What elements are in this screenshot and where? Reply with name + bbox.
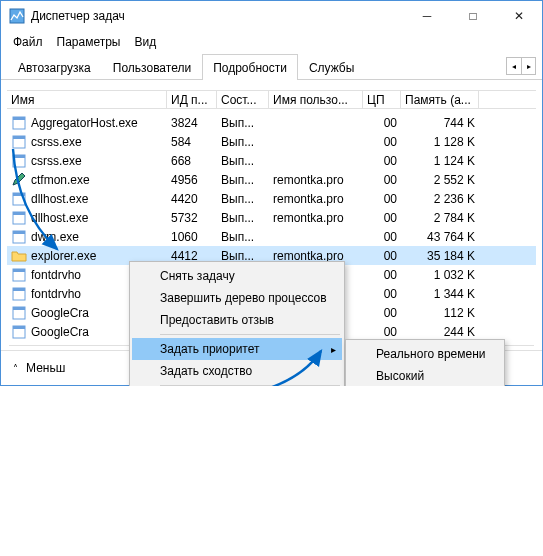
proc-pid: 668 [167, 154, 217, 168]
proc-name: dllhost.exe [31, 211, 88, 225]
tab-services[interactable]: Службы [298, 54, 365, 80]
task-manager-window: Диспетчер задач ─ □ ✕ Файл Параметры Вид… [0, 0, 543, 386]
menu-item[interactable]: Снять задачу [132, 265, 342, 287]
col-state[interactable]: Сост... [217, 91, 269, 108]
proc-pid: 4420 [167, 192, 217, 206]
table-row[interactable]: AggregatorHost.exe3824Вып...00744 K [7, 113, 536, 132]
proc-pid: 5732 [167, 211, 217, 225]
proc-name: csrss.exe [31, 135, 82, 149]
proc-state: Вып... [217, 154, 269, 168]
proc-cpu: 00 [363, 173, 401, 187]
proc-cpu: 00 [363, 116, 401, 130]
svg-rect-12 [13, 231, 25, 234]
svg-rect-10 [13, 212, 25, 215]
tab-users[interactable]: Пользователи [102, 54, 202, 80]
menu-item[interactable]: Задать приоритет [132, 338, 342, 360]
menu-item[interactable]: Высокий [348, 365, 502, 386]
col-user[interactable]: Имя пользо... [269, 91, 363, 108]
tab-details[interactable]: Подробности [202, 54, 298, 80]
proc-state: Вып... [217, 173, 269, 187]
proc-mem: 1 124 K [401, 154, 479, 168]
proc-name: AggregatorHost.exe [31, 116, 138, 130]
menu-item[interactable]: Реального времени [348, 343, 502, 365]
proc-state: Вып... [217, 192, 269, 206]
tabstrip: Автозагрузка Пользователи Подробности Сл… [1, 53, 542, 80]
menu-separator [160, 385, 340, 386]
proc-user: remontka.pro [269, 173, 363, 187]
proc-cpu: 00 [363, 154, 401, 168]
proc-state: Вып... [217, 211, 269, 225]
proc-name: GoogleCra [31, 306, 89, 320]
svg-rect-2 [13, 117, 25, 120]
svg-rect-20 [13, 326, 25, 329]
proc-name: dwm.exe [31, 230, 79, 244]
priority-submenu: Реального времениВысокийВыше среднегоОбы… [345, 339, 505, 386]
menubar: Файл Параметры Вид [1, 31, 542, 53]
fewer-details-button[interactable]: Меньш [26, 361, 65, 375]
svg-rect-14 [13, 269, 25, 272]
menu-options[interactable]: Параметры [51, 33, 127, 51]
proc-name: fontdrvho [31, 268, 81, 282]
proc-cpu: 00 [363, 230, 401, 244]
proc-mem: 2 552 K [401, 173, 479, 187]
proc-name: explorer.exe [31, 249, 96, 263]
context-menu: Снять задачуЗавершить дерево процессовПр… [129, 261, 345, 386]
proc-state: Вып... [217, 230, 269, 244]
proc-state: Вып... [217, 116, 269, 130]
column-headers: Имя ИД п... Сост... Имя пользо... ЦП Пам… [7, 90, 536, 109]
proc-mem: 744 K [401, 116, 479, 130]
svg-rect-6 [13, 155, 25, 158]
proc-cpu: 00 [363, 268, 401, 282]
table-row[interactable]: dllhost.exe5732Вып...remontka.pro002 784… [7, 208, 536, 227]
app-icon [9, 8, 25, 24]
table-row[interactable]: dwm.exe1060Вып...0043 764 K [7, 227, 536, 246]
table-row[interactable]: ctfmon.exe4956Вып...remontka.pro002 552 … [7, 170, 536, 189]
proc-cpu: 00 [363, 249, 401, 263]
proc-pid: 584 [167, 135, 217, 149]
col-pid[interactable]: ИД п... [167, 91, 217, 108]
proc-mem: 1 032 K [401, 268, 479, 282]
tab-scroller: ◂ ▸ [506, 57, 536, 75]
close-button[interactable]: ✕ [496, 1, 542, 31]
proc-mem: 2 236 K [401, 192, 479, 206]
col-name[interactable]: Имя [7, 91, 167, 108]
table-row[interactable]: csrss.exe584Вып...001 128 K [7, 132, 536, 151]
table-row[interactable]: csrss.exe668Вып...001 124 K [7, 151, 536, 170]
proc-mem: 2 784 K [401, 211, 479, 225]
minimize-button[interactable]: ─ [404, 1, 450, 31]
table-row[interactable]: dllhost.exe4420Вып...remontka.pro002 236… [7, 189, 536, 208]
proc-cpu: 00 [363, 325, 401, 339]
menu-view[interactable]: Вид [128, 33, 162, 51]
proc-name: ctfmon.exe [31, 173, 90, 187]
proc-pid: 3824 [167, 116, 217, 130]
menu-separator [160, 334, 340, 335]
proc-name: fontdrvho [31, 287, 81, 301]
chevron-up-icon: ˄ [13, 363, 18, 374]
svg-rect-16 [13, 288, 25, 291]
tab-startup[interactable]: Автозагрузка [7, 54, 102, 80]
proc-cpu: 00 [363, 306, 401, 320]
proc-user: remontka.pro [269, 211, 363, 225]
menu-item[interactable]: Задать сходство [132, 360, 342, 382]
proc-name: csrss.exe [31, 154, 82, 168]
window-title: Диспетчер задач [31, 9, 404, 23]
menu-item[interactable]: Завершить дерево процессов [132, 287, 342, 309]
proc-state: Вып... [217, 135, 269, 149]
proc-mem: 35 184 K [401, 249, 479, 263]
maximize-button[interactable]: □ [450, 1, 496, 31]
proc-cpu: 00 [363, 135, 401, 149]
proc-cpu: 00 [363, 287, 401, 301]
tab-scroll-left[interactable]: ◂ [507, 58, 521, 74]
menu-item[interactable]: Предоставить отзыв [132, 309, 342, 331]
col-cpu[interactable]: ЦП [363, 91, 401, 108]
proc-cpu: 00 [363, 192, 401, 206]
menu-file[interactable]: Файл [7, 33, 49, 51]
proc-mem: 1 344 K [401, 287, 479, 301]
svg-rect-8 [13, 193, 25, 196]
col-memory[interactable]: Память (а... [401, 91, 479, 108]
svg-rect-4 [13, 136, 25, 139]
proc-pid: 4956 [167, 173, 217, 187]
proc-mem: 1 128 K [401, 135, 479, 149]
proc-name: GoogleCra [31, 325, 89, 339]
tab-scroll-right[interactable]: ▸ [521, 58, 535, 74]
